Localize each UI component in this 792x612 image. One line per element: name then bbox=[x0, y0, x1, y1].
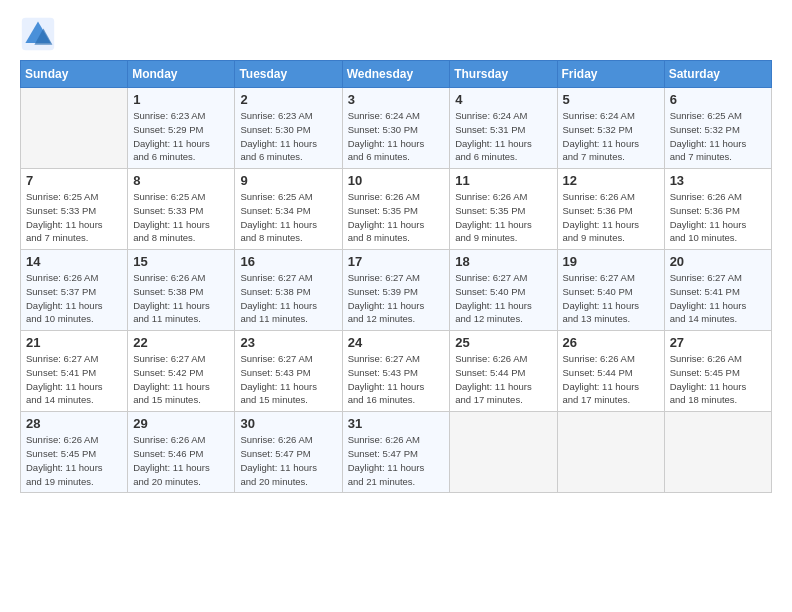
calendar-cell: 22Sunrise: 6:27 AM Sunset: 5:42 PM Dayli… bbox=[128, 331, 235, 412]
calendar-cell: 13Sunrise: 6:26 AM Sunset: 5:36 PM Dayli… bbox=[664, 169, 771, 250]
calendar-cell: 9Sunrise: 6:25 AM Sunset: 5:34 PM Daylig… bbox=[235, 169, 342, 250]
logo bbox=[20, 16, 62, 52]
logo-icon bbox=[20, 16, 56, 52]
day-number: 22 bbox=[133, 335, 229, 350]
day-number: 2 bbox=[240, 92, 336, 107]
day-number: 18 bbox=[455, 254, 551, 269]
day-info: Sunrise: 6:26 AM Sunset: 5:44 PM Dayligh… bbox=[563, 352, 659, 407]
calendar-cell: 23Sunrise: 6:27 AM Sunset: 5:43 PM Dayli… bbox=[235, 331, 342, 412]
calendar-cell: 25Sunrise: 6:26 AM Sunset: 5:44 PM Dayli… bbox=[450, 331, 557, 412]
day-info: Sunrise: 6:24 AM Sunset: 5:31 PM Dayligh… bbox=[455, 109, 551, 164]
calendar-table: SundayMondayTuesdayWednesdayThursdayFrid… bbox=[20, 60, 772, 493]
day-info: Sunrise: 6:27 AM Sunset: 5:41 PM Dayligh… bbox=[26, 352, 122, 407]
header bbox=[20, 16, 772, 52]
calendar-cell: 29Sunrise: 6:26 AM Sunset: 5:46 PM Dayli… bbox=[128, 412, 235, 493]
day-number: 19 bbox=[563, 254, 659, 269]
day-info: Sunrise: 6:26 AM Sunset: 5:45 PM Dayligh… bbox=[26, 433, 122, 488]
calendar-week-0: 1Sunrise: 6:23 AM Sunset: 5:29 PM Daylig… bbox=[21, 88, 772, 169]
day-info: Sunrise: 6:26 AM Sunset: 5:45 PM Dayligh… bbox=[670, 352, 766, 407]
day-number: 23 bbox=[240, 335, 336, 350]
calendar-cell: 31Sunrise: 6:26 AM Sunset: 5:47 PM Dayli… bbox=[342, 412, 450, 493]
day-info: Sunrise: 6:25 AM Sunset: 5:32 PM Dayligh… bbox=[670, 109, 766, 164]
day-info: Sunrise: 6:23 AM Sunset: 5:30 PM Dayligh… bbox=[240, 109, 336, 164]
day-info: Sunrise: 6:25 AM Sunset: 5:33 PM Dayligh… bbox=[133, 190, 229, 245]
day-number: 7 bbox=[26, 173, 122, 188]
day-number: 13 bbox=[670, 173, 766, 188]
calendar-cell bbox=[557, 412, 664, 493]
header-row: SundayMondayTuesdayWednesdayThursdayFrid… bbox=[21, 61, 772, 88]
day-number: 5 bbox=[563, 92, 659, 107]
day-number: 21 bbox=[26, 335, 122, 350]
day-number: 27 bbox=[670, 335, 766, 350]
calendar-cell: 30Sunrise: 6:26 AM Sunset: 5:47 PM Dayli… bbox=[235, 412, 342, 493]
calendar-cell: 19Sunrise: 6:27 AM Sunset: 5:40 PM Dayli… bbox=[557, 250, 664, 331]
calendar-cell: 18Sunrise: 6:27 AM Sunset: 5:40 PM Dayli… bbox=[450, 250, 557, 331]
day-info: Sunrise: 6:27 AM Sunset: 5:39 PM Dayligh… bbox=[348, 271, 445, 326]
calendar-cell: 14Sunrise: 6:26 AM Sunset: 5:37 PM Dayli… bbox=[21, 250, 128, 331]
calendar-cell: 26Sunrise: 6:26 AM Sunset: 5:44 PM Dayli… bbox=[557, 331, 664, 412]
calendar-cell: 27Sunrise: 6:26 AM Sunset: 5:45 PM Dayli… bbox=[664, 331, 771, 412]
calendar-week-4: 28Sunrise: 6:26 AM Sunset: 5:45 PM Dayli… bbox=[21, 412, 772, 493]
day-info: Sunrise: 6:27 AM Sunset: 5:40 PM Dayligh… bbox=[455, 271, 551, 326]
day-info: Sunrise: 6:26 AM Sunset: 5:37 PM Dayligh… bbox=[26, 271, 122, 326]
day-info: Sunrise: 6:25 AM Sunset: 5:33 PM Dayligh… bbox=[26, 190, 122, 245]
calendar-cell bbox=[21, 88, 128, 169]
header-day-friday: Friday bbox=[557, 61, 664, 88]
calendar-cell: 15Sunrise: 6:26 AM Sunset: 5:38 PM Dayli… bbox=[128, 250, 235, 331]
header-day-thursday: Thursday bbox=[450, 61, 557, 88]
calendar-cell: 16Sunrise: 6:27 AM Sunset: 5:38 PM Dayli… bbox=[235, 250, 342, 331]
calendar-cell: 6Sunrise: 6:25 AM Sunset: 5:32 PM Daylig… bbox=[664, 88, 771, 169]
day-number: 10 bbox=[348, 173, 445, 188]
day-info: Sunrise: 6:26 AM Sunset: 5:46 PM Dayligh… bbox=[133, 433, 229, 488]
calendar-cell: 24Sunrise: 6:27 AM Sunset: 5:43 PM Dayli… bbox=[342, 331, 450, 412]
day-info: Sunrise: 6:26 AM Sunset: 5:47 PM Dayligh… bbox=[348, 433, 445, 488]
calendar-cell: 2Sunrise: 6:23 AM Sunset: 5:30 PM Daylig… bbox=[235, 88, 342, 169]
day-number: 31 bbox=[348, 416, 445, 431]
day-info: Sunrise: 6:27 AM Sunset: 5:43 PM Dayligh… bbox=[348, 352, 445, 407]
header-day-monday: Monday bbox=[128, 61, 235, 88]
day-number: 24 bbox=[348, 335, 445, 350]
day-number: 14 bbox=[26, 254, 122, 269]
calendar-cell: 17Sunrise: 6:27 AM Sunset: 5:39 PM Dayli… bbox=[342, 250, 450, 331]
calendar-cell: 28Sunrise: 6:26 AM Sunset: 5:45 PM Dayli… bbox=[21, 412, 128, 493]
calendar-cell: 11Sunrise: 6:26 AM Sunset: 5:35 PM Dayli… bbox=[450, 169, 557, 250]
day-info: Sunrise: 6:26 AM Sunset: 5:36 PM Dayligh… bbox=[670, 190, 766, 245]
day-info: Sunrise: 6:26 AM Sunset: 5:47 PM Dayligh… bbox=[240, 433, 336, 488]
day-info: Sunrise: 6:27 AM Sunset: 5:42 PM Dayligh… bbox=[133, 352, 229, 407]
calendar-cell: 5Sunrise: 6:24 AM Sunset: 5:32 PM Daylig… bbox=[557, 88, 664, 169]
calendar-cell: 3Sunrise: 6:24 AM Sunset: 5:30 PM Daylig… bbox=[342, 88, 450, 169]
header-day-sunday: Sunday bbox=[21, 61, 128, 88]
day-number: 12 bbox=[563, 173, 659, 188]
calendar-cell: 20Sunrise: 6:27 AM Sunset: 5:41 PM Dayli… bbox=[664, 250, 771, 331]
day-number: 9 bbox=[240, 173, 336, 188]
calendar-week-3: 21Sunrise: 6:27 AM Sunset: 5:41 PM Dayli… bbox=[21, 331, 772, 412]
header-day-saturday: Saturday bbox=[664, 61, 771, 88]
day-info: Sunrise: 6:27 AM Sunset: 5:43 PM Dayligh… bbox=[240, 352, 336, 407]
calendar-cell: 10Sunrise: 6:26 AM Sunset: 5:35 PM Dayli… bbox=[342, 169, 450, 250]
calendar-week-2: 14Sunrise: 6:26 AM Sunset: 5:37 PM Dayli… bbox=[21, 250, 772, 331]
calendar-cell: 1Sunrise: 6:23 AM Sunset: 5:29 PM Daylig… bbox=[128, 88, 235, 169]
day-info: Sunrise: 6:27 AM Sunset: 5:40 PM Dayligh… bbox=[563, 271, 659, 326]
day-number: 28 bbox=[26, 416, 122, 431]
day-number: 25 bbox=[455, 335, 551, 350]
day-info: Sunrise: 6:25 AM Sunset: 5:34 PM Dayligh… bbox=[240, 190, 336, 245]
day-number: 3 bbox=[348, 92, 445, 107]
day-info: Sunrise: 6:26 AM Sunset: 5:44 PM Dayligh… bbox=[455, 352, 551, 407]
day-info: Sunrise: 6:26 AM Sunset: 5:35 PM Dayligh… bbox=[348, 190, 445, 245]
day-info: Sunrise: 6:26 AM Sunset: 5:36 PM Dayligh… bbox=[563, 190, 659, 245]
day-number: 29 bbox=[133, 416, 229, 431]
day-number: 15 bbox=[133, 254, 229, 269]
day-number: 17 bbox=[348, 254, 445, 269]
day-info: Sunrise: 6:23 AM Sunset: 5:29 PM Dayligh… bbox=[133, 109, 229, 164]
day-number: 20 bbox=[670, 254, 766, 269]
day-info: Sunrise: 6:26 AM Sunset: 5:35 PM Dayligh… bbox=[455, 190, 551, 245]
day-info: Sunrise: 6:24 AM Sunset: 5:32 PM Dayligh… bbox=[563, 109, 659, 164]
calendar-cell: 12Sunrise: 6:26 AM Sunset: 5:36 PM Dayli… bbox=[557, 169, 664, 250]
calendar-cell: 4Sunrise: 6:24 AM Sunset: 5:31 PM Daylig… bbox=[450, 88, 557, 169]
day-number: 16 bbox=[240, 254, 336, 269]
calendar-cell: 7Sunrise: 6:25 AM Sunset: 5:33 PM Daylig… bbox=[21, 169, 128, 250]
header-day-tuesday: Tuesday bbox=[235, 61, 342, 88]
day-info: Sunrise: 6:27 AM Sunset: 5:41 PM Dayligh… bbox=[670, 271, 766, 326]
day-number: 1 bbox=[133, 92, 229, 107]
day-info: Sunrise: 6:26 AM Sunset: 5:38 PM Dayligh… bbox=[133, 271, 229, 326]
